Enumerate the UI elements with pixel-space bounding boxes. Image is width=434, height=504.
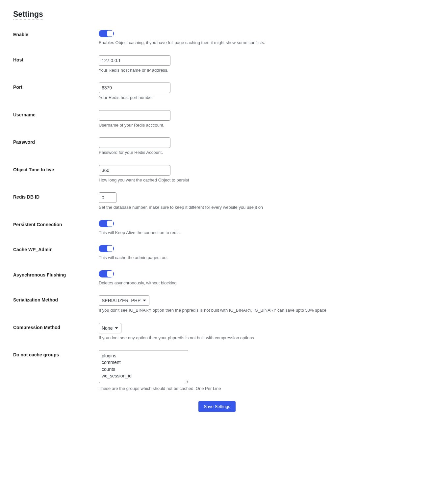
label-persistent: Persistent Connection bbox=[13, 222, 62, 227]
label-serialization: Serialization Method bbox=[13, 297, 58, 302]
desc-no-cache-groups: These are the groups which should not be… bbox=[99, 385, 421, 392]
row-persistent: Persistent Connection This will Keep Ali… bbox=[13, 220, 421, 236]
desc-async-flush: Deletes asynchronously, without blocking bbox=[99, 280, 421, 286]
serialization-select[interactable]: SERIALIZER_PHP bbox=[99, 295, 149, 306]
host-input[interactable] bbox=[99, 55, 170, 66]
label-ttl: Object Time to live bbox=[13, 167, 54, 172]
row-port: Port Your Redis host port number bbox=[13, 83, 421, 101]
compression-value: None bbox=[102, 325, 113, 331]
page-title: Settings bbox=[13, 10, 43, 20]
compression-select[interactable]: None bbox=[99, 323, 121, 333]
row-password: Password Password for your Redis Account… bbox=[13, 137, 421, 156]
label-cache-wp-admin: Cache WP_Admin bbox=[13, 247, 53, 252]
desc-cache-wp-admin: This will cache the admin pages too. bbox=[99, 254, 421, 261]
row-username: Username Username of your Redis acccount… bbox=[13, 110, 421, 129]
desc-compression: If you dont see any option then your php… bbox=[99, 335, 421, 341]
persistent-toggle[interactable] bbox=[99, 220, 114, 227]
row-enable: Enable Enables Object caching, if you ha… bbox=[13, 30, 421, 46]
label-async-flush: Asynchronous Flushing bbox=[13, 272, 66, 277]
desc-enable: Enables Object caching, if you have full… bbox=[99, 39, 421, 46]
row-ttl: Object Time to live How long you want th… bbox=[13, 165, 421, 183]
label-password: Password bbox=[13, 139, 35, 145]
desc-db-id: Set the database number, make sure to ke… bbox=[99, 204, 421, 211]
desc-ttl: How long you want the cached Object to p… bbox=[99, 177, 421, 183]
row-host: Host Your Redis host name or IP address. bbox=[13, 55, 421, 74]
row-cache-wp-admin: Cache WP_Admin This will cache the admin… bbox=[13, 245, 421, 261]
row-no-cache-groups: Do not cache groups plugins comment coun… bbox=[13, 350, 421, 392]
desc-port: Your Redis host port number bbox=[99, 94, 421, 101]
row-serialization: Serialization Method SERIALIZER_PHP If y… bbox=[13, 295, 421, 314]
enable-toggle[interactable] bbox=[99, 30, 114, 37]
no-cache-groups-textarea[interactable]: plugins comment counts wc_session_id bbox=[99, 350, 188, 383]
row-db-id: Redis DB ID Set the database number, mak… bbox=[13, 192, 421, 211]
ttl-input[interactable] bbox=[99, 165, 170, 176]
label-username: Username bbox=[13, 112, 36, 117]
desc-serialization: If you don't see IG_BINARY option then t… bbox=[99, 307, 421, 314]
async-flush-toggle[interactable] bbox=[99, 270, 114, 277]
submit-row: Save Settings bbox=[13, 401, 421, 412]
password-input[interactable] bbox=[99, 137, 170, 148]
desc-password: Password for your Redis Account. bbox=[99, 149, 421, 156]
row-async-flush: Asynchronous Flushing Deletes asynchrono… bbox=[13, 270, 421, 286]
label-host: Host bbox=[13, 57, 23, 62]
desc-username: Username of your Redis acccount. bbox=[99, 122, 421, 129]
desc-host: Your Redis host name or IP address. bbox=[99, 67, 421, 74]
label-db-id: Redis DB ID bbox=[13, 194, 39, 200]
label-compression: Compression Method bbox=[13, 325, 60, 330]
row-compression: Compression Method None If you dont see … bbox=[13, 323, 421, 341]
username-input[interactable] bbox=[99, 110, 170, 121]
label-port: Port bbox=[13, 84, 22, 90]
serialization-value: SERIALIZER_PHP bbox=[102, 298, 140, 303]
cache-wp-admin-toggle[interactable] bbox=[99, 245, 114, 252]
port-input[interactable] bbox=[99, 83, 170, 93]
label-enable: Enable bbox=[13, 32, 28, 37]
label-no-cache-groups: Do not cache groups bbox=[13, 352, 59, 357]
settings-form: Enable Enables Object caching, if you ha… bbox=[13, 30, 421, 412]
save-settings-button[interactable]: Save Settings bbox=[198, 401, 235, 412]
chevron-down-icon bbox=[115, 326, 118, 330]
desc-persistent: This will Keep Alive the connection to r… bbox=[99, 229, 421, 236]
chevron-down-icon bbox=[142, 299, 146, 302]
db-id-input[interactable] bbox=[99, 192, 116, 203]
